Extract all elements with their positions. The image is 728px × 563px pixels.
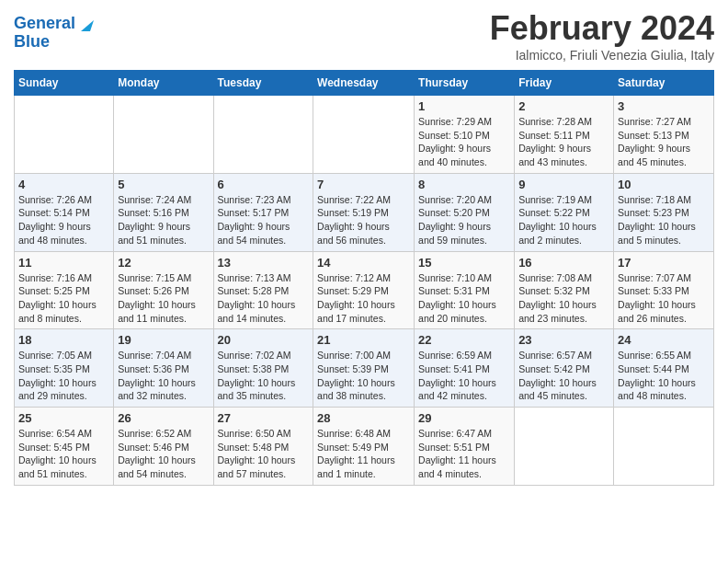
location-subtitle: Ialmicco, Friuli Venezia Giulia, Italy [490,48,714,63]
weekday-header-friday: Friday [515,71,614,96]
day-cell: 28Sunrise: 6:48 AMSunset: 5:49 PMDayligh… [313,408,415,486]
day-info: Sunrise: 6:54 AMSunset: 5:45 PMDaylight:… [18,427,109,481]
day-cell: 1Sunrise: 7:29 AMSunset: 5:10 PMDaylight… [415,96,515,174]
day-info: Sunrise: 7:28 AMSunset: 5:11 PMDaylight:… [518,115,609,169]
day-info: Sunrise: 7:29 AMSunset: 5:10 PMDaylight:… [418,115,510,169]
day-info: Sunrise: 7:05 AMSunset: 5:35 PMDaylight:… [18,349,109,403]
day-cell: 29Sunrise: 6:47 AMSunset: 5:51 PMDayligh… [415,408,515,486]
day-info: Sunrise: 6:57 AMSunset: 5:42 PMDaylight:… [518,349,609,403]
day-info: Sunrise: 7:13 AMSunset: 5:28 PMDaylight:… [218,271,310,326]
day-info: Sunrise: 6:52 AMSunset: 5:46 PMDaylight:… [118,427,209,481]
day-number: 7 [317,178,410,191]
svg-marker-0 [81,20,94,31]
weekday-header-saturday: Saturday [614,71,714,96]
day-info: Sunrise: 7:00 AMSunset: 5:39 PMDaylight:… [317,349,410,403]
day-cell: 19Sunrise: 7:04 AMSunset: 5:36 PMDayligh… [114,329,213,408]
day-number: 3 [618,99,710,113]
day-info: Sunrise: 7:27 AMSunset: 5:13 PMDaylight:… [618,115,710,169]
day-info: Sunrise: 6:59 AMSunset: 5:41 PMDaylight:… [418,349,510,403]
day-number: 23 [518,333,609,347]
day-number: 14 [317,256,410,270]
day-number: 15 [418,256,510,270]
day-number: 19 [118,333,209,347]
day-info: Sunrise: 6:55 AMSunset: 5:44 PMDaylight:… [618,349,710,403]
day-cell [614,408,714,486]
day-cell: 3Sunrise: 7:27 AMSunset: 5:13 PMDaylight… [614,96,714,174]
day-info: Sunrise: 7:08 AMSunset: 5:32 PMDaylight:… [518,271,609,326]
day-info: Sunrise: 7:18 AMSunset: 5:23 PMDaylight:… [618,193,710,247]
day-cell: 2Sunrise: 7:28 AMSunset: 5:11 PMDaylight… [515,96,614,174]
day-cell: 14Sunrise: 7:12 AMSunset: 5:29 PMDayligh… [313,251,415,329]
calendar-table: SundayMondayTuesdayWednesdayThursdayFrid… [14,70,714,486]
day-info: Sunrise: 7:16 AMSunset: 5:25 PMDaylight:… [18,271,109,326]
day-info: Sunrise: 7:20 AMSunset: 5:20 PMDaylight:… [418,193,510,247]
weekday-header-monday: Monday [114,71,213,96]
day-info: Sunrise: 7:22 AMSunset: 5:19 PMDaylight:… [317,193,410,247]
title-area: February 2024 Ialmicco, Friuli Venezia G… [490,9,714,63]
week-row-3: 11Sunrise: 7:16 AMSunset: 5:25 PMDayligh… [15,251,714,329]
day-number: 8 [418,178,510,191]
week-row-5: 25Sunrise: 6:54 AMSunset: 5:45 PMDayligh… [15,408,714,486]
month-title: February 2024 [490,9,714,48]
day-number: 18 [18,333,109,347]
day-number: 11 [18,256,109,270]
day-number: 6 [218,178,310,191]
day-info: Sunrise: 7:15 AMSunset: 5:26 PMDaylight:… [118,271,209,326]
day-number: 13 [218,256,310,270]
day-info: Sunrise: 7:26 AMSunset: 5:14 PMDaylight:… [18,193,109,247]
weekday-header-tuesday: Tuesday [213,71,313,96]
day-cell: 21Sunrise: 7:00 AMSunset: 5:39 PMDayligh… [313,329,415,408]
day-info: Sunrise: 7:07 AMSunset: 5:33 PMDaylight:… [618,271,710,326]
day-cell: 17Sunrise: 7:07 AMSunset: 5:33 PMDayligh… [614,251,714,329]
day-cell: 27Sunrise: 6:50 AMSunset: 5:48 PMDayligh… [213,408,313,486]
day-cell: 8Sunrise: 7:20 AMSunset: 5:20 PMDaylight… [415,173,515,251]
day-cell [313,96,415,174]
weekday-header-thursday: Thursday [415,71,515,96]
day-info: Sunrise: 7:19 AMSunset: 5:22 PMDaylight:… [518,193,609,247]
day-number: 1 [418,99,510,113]
day-cell: 5Sunrise: 7:24 AMSunset: 5:16 PMDaylight… [114,173,213,251]
day-info: Sunrise: 7:24 AMSunset: 5:16 PMDaylight:… [118,193,209,247]
day-cell: 11Sunrise: 7:16 AMSunset: 5:25 PMDayligh… [15,251,114,329]
day-cell: 12Sunrise: 7:15 AMSunset: 5:26 PMDayligh… [114,251,213,329]
day-number: 17 [618,256,710,270]
day-number: 9 [518,178,609,191]
day-info: Sunrise: 6:48 AMSunset: 5:49 PMDaylight:… [317,427,410,481]
logo: General Blue [14,15,94,52]
day-cell: 23Sunrise: 6:57 AMSunset: 5:42 PMDayligh… [515,329,614,408]
day-number: 16 [518,256,609,270]
logo-bird-icon [77,15,94,33]
day-number: 10 [618,178,710,191]
week-row-2: 4Sunrise: 7:26 AMSunset: 5:14 PMDaylight… [15,173,714,251]
week-row-1: 1Sunrise: 7:29 AMSunset: 5:10 PMDaylight… [15,96,714,174]
day-number: 20 [218,333,310,347]
day-number: 22 [418,333,510,347]
weekday-header-wednesday: Wednesday [313,71,415,96]
day-number: 4 [18,178,109,191]
day-info: Sunrise: 7:04 AMSunset: 5:36 PMDaylight:… [118,349,209,403]
day-cell: 25Sunrise: 6:54 AMSunset: 5:45 PMDayligh… [15,408,114,486]
day-info: Sunrise: 7:23 AMSunset: 5:17 PMDaylight:… [218,193,310,247]
day-cell [213,96,313,174]
weekday-header-row: SundayMondayTuesdayWednesdayThursdayFrid… [15,71,714,96]
day-cell: 7Sunrise: 7:22 AMSunset: 5:19 PMDaylight… [313,173,415,251]
page-header: General Blue February 2024 Ialmicco, Fri… [14,9,714,63]
day-number: 12 [118,256,209,270]
logo-text-general: General [14,15,75,33]
day-info: Sunrise: 6:47 AMSunset: 5:51 PMDaylight:… [418,427,510,481]
day-cell: 15Sunrise: 7:10 AMSunset: 5:31 PMDayligh… [415,251,515,329]
day-info: Sunrise: 7:10 AMSunset: 5:31 PMDaylight:… [418,271,510,326]
day-info: Sunrise: 7:02 AMSunset: 5:38 PMDaylight:… [218,349,310,403]
day-cell: 22Sunrise: 6:59 AMSunset: 5:41 PMDayligh… [415,329,515,408]
day-cell: 24Sunrise: 6:55 AMSunset: 5:44 PMDayligh… [614,329,714,408]
day-number: 2 [518,99,609,113]
day-cell [515,408,614,486]
day-number: 29 [418,411,510,425]
day-number: 21 [317,333,410,347]
day-cell: 4Sunrise: 7:26 AMSunset: 5:14 PMDaylight… [15,173,114,251]
day-cell: 26Sunrise: 6:52 AMSunset: 5:46 PMDayligh… [114,408,213,486]
day-cell: 16Sunrise: 7:08 AMSunset: 5:32 PMDayligh… [515,251,614,329]
day-number: 28 [317,411,410,425]
logo-text-blue: Blue [14,33,50,52]
day-number: 5 [118,178,209,191]
